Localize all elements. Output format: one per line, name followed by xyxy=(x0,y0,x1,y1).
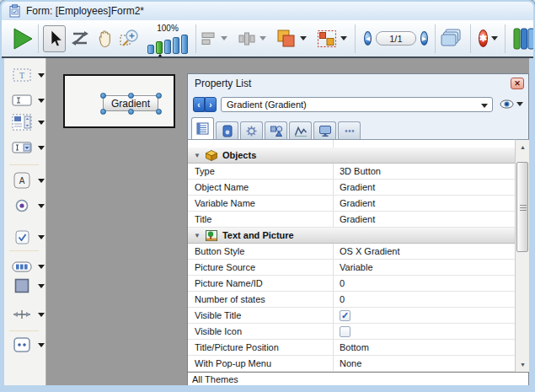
property-label: Picture Name/ID xyxy=(188,276,334,291)
level-dropdown-arrow[interactable] xyxy=(300,36,307,40)
zoom-bar-200[interactable] xyxy=(164,40,171,54)
zoom-bar-400[interactable] xyxy=(173,37,179,54)
property-value[interactable]: Gradient xyxy=(334,196,515,211)
text-tool-dropdown-arrow[interactable] xyxy=(38,73,45,78)
previous-object-button[interactable]: ‹ xyxy=(193,97,205,112)
next-object-button[interactable]: › xyxy=(205,97,217,112)
align-dropdown-arrow[interactable] xyxy=(221,36,227,40)
entry-order-tool-button[interactable] xyxy=(70,29,90,49)
selection-handle-bottom-left[interactable] xyxy=(100,109,106,115)
sidebar-tool-button-grid[interactable] xyxy=(4,258,45,275)
property-value[interactable]: Variable xyxy=(334,260,515,275)
property-value[interactable]: 0 xyxy=(334,276,515,291)
object-level-button[interactable] xyxy=(276,29,297,49)
form-actions-button[interactable]: ✱ xyxy=(479,30,488,47)
sidebar-tool-combo-box[interactable] xyxy=(4,139,45,156)
property-value[interactable]: Gradient xyxy=(334,212,515,227)
group-objects-button[interactable] xyxy=(317,30,337,48)
execute-form-button[interactable] xyxy=(12,27,34,51)
object-selector-dropdown[interactable]: Gradient (Gradient) xyxy=(221,97,493,112)
toolbar-separator xyxy=(355,24,356,53)
scrollbar-thumb[interactable] xyxy=(516,162,528,252)
tab-more[interactable] xyxy=(338,121,361,139)
events-tab-icon xyxy=(294,125,308,137)
collapse-triangle-icon[interactable]: ▼ xyxy=(194,232,201,239)
property-value[interactable]: Bottom xyxy=(334,340,515,355)
selection-handle-top-middle[interactable] xyxy=(128,93,134,99)
button-grid-tool-dropdown-arrow[interactable] xyxy=(38,265,45,269)
zoom-bar-50[interactable] xyxy=(147,45,154,54)
grid-top-strip-value xyxy=(334,140,515,148)
sidebar-tool-input[interactable] xyxy=(4,92,45,109)
list-box-tool-dropdown-arrow[interactable] xyxy=(38,121,45,125)
check-box-tool-dropdown-arrow[interactable] xyxy=(38,235,45,239)
next-page-button[interactable]: ▶ xyxy=(420,31,428,46)
form-editor-window: Form: [Employees]Form2* xyxy=(0,0,535,392)
sidebar-tool-check-box[interactable] xyxy=(4,228,45,245)
move-tool-button[interactable] xyxy=(95,28,115,50)
eye-icon xyxy=(500,99,514,109)
close-panel-button[interactable]: ✕ xyxy=(511,78,524,89)
property-value[interactable]: 3D Button xyxy=(334,164,515,179)
scrollbar-up-arrow[interactable]: ▲ xyxy=(516,141,529,153)
display-views-button[interactable] xyxy=(440,28,463,50)
property-scrollbar[interactable]: ▲ ▼ xyxy=(515,139,529,372)
tab-events[interactable] xyxy=(289,121,312,139)
selection-handle-bottom-middle[interactable] xyxy=(128,109,134,115)
tab-description[interactable] xyxy=(216,121,238,139)
scrollbar-down-arrow[interactable]: ▼ xyxy=(516,358,529,371)
tab-action[interactable] xyxy=(240,121,263,139)
section-objects[interactable]: ▼ Objects xyxy=(188,148,515,164)
sidebar-tool-list-box[interactable] xyxy=(4,114,45,131)
gear-tab-icon xyxy=(245,125,258,137)
splitter-tool-icon xyxy=(12,309,32,320)
visible-title-checkbox[interactable] xyxy=(340,310,350,321)
property-list-header[interactable]: Property List xyxy=(188,74,528,93)
zoom-bar-100-selected[interactable] xyxy=(156,41,163,54)
collapse-triangle-icon[interactable]: ▼ xyxy=(194,152,201,159)
objects-tab-icon xyxy=(270,125,283,137)
property-value[interactable]: None xyxy=(334,356,515,371)
explorer-books-button[interactable] xyxy=(513,27,533,51)
property-value[interactable]: Gradient xyxy=(334,180,515,195)
zoom-bars[interactable] xyxy=(147,34,188,54)
combo-box-tool-dropdown-arrow[interactable] xyxy=(38,146,45,150)
actions-dropdown-arrow[interactable] xyxy=(491,36,498,40)
zoom-tool-button[interactable] xyxy=(119,28,141,50)
button-tool-dropdown-arrow[interactable] xyxy=(38,179,45,183)
group-dropdown-arrow[interactable] xyxy=(340,36,347,40)
selection-handle-bottom-right[interactable] xyxy=(156,109,162,115)
sidebar-tool-splitter[interactable] xyxy=(4,306,45,323)
distribute-objects-button[interactable] xyxy=(238,30,256,47)
property-value[interactable]: 0 xyxy=(334,292,515,307)
sidebar-tool-plugin-area[interactable] xyxy=(4,336,45,353)
sidebar-divider xyxy=(9,164,39,165)
input-tool-dropdown-arrow[interactable] xyxy=(38,99,45,103)
previous-page-button[interactable]: ◀ xyxy=(364,31,372,46)
select-tool-button[interactable] xyxy=(43,25,66,52)
sidebar-tool-radio-button[interactable] xyxy=(4,197,45,214)
zoom-level-widget[interactable]: 100% xyxy=(147,24,188,54)
view-options-button[interactable] xyxy=(500,99,523,109)
visible-icon-checkbox[interactable] xyxy=(340,326,350,337)
selection-handle-top-right[interactable] xyxy=(156,93,162,99)
tab-display[interactable] xyxy=(313,121,336,139)
sidebar-tool-button[interactable]: A xyxy=(4,172,45,189)
property-label: With Pop-up Menu xyxy=(188,356,334,371)
selection-handle-top-left[interactable] xyxy=(100,93,106,99)
zoom-bar-800[interactable] xyxy=(181,35,188,54)
tab-coordinates[interactable] xyxy=(265,121,287,139)
distribute-dropdown-arrow[interactable] xyxy=(259,36,266,40)
splitter-tool-dropdown-arrow[interactable] xyxy=(38,313,45,317)
property-value[interactable]: OS X Gradient xyxy=(334,244,515,259)
property-label: Object Name xyxy=(188,180,334,195)
sidebar-tool-rectangle[interactable] xyxy=(4,277,45,294)
section-text-and-picture[interactable]: ▼ Text and Picture xyxy=(188,228,515,244)
tab-all-properties[interactable] xyxy=(191,117,214,139)
sidebar-tool-text[interactable]: T xyxy=(4,67,45,83)
align-objects-button[interactable] xyxy=(201,30,217,47)
rectangle-tool-dropdown-arrow[interactable] xyxy=(38,284,45,288)
plugin-area-tool-dropdown-arrow[interactable] xyxy=(38,343,45,347)
property-row-with-popup-menu: With Pop-up Menu None xyxy=(188,356,515,372)
radio-button-tool-dropdown-arrow[interactable] xyxy=(38,204,45,208)
